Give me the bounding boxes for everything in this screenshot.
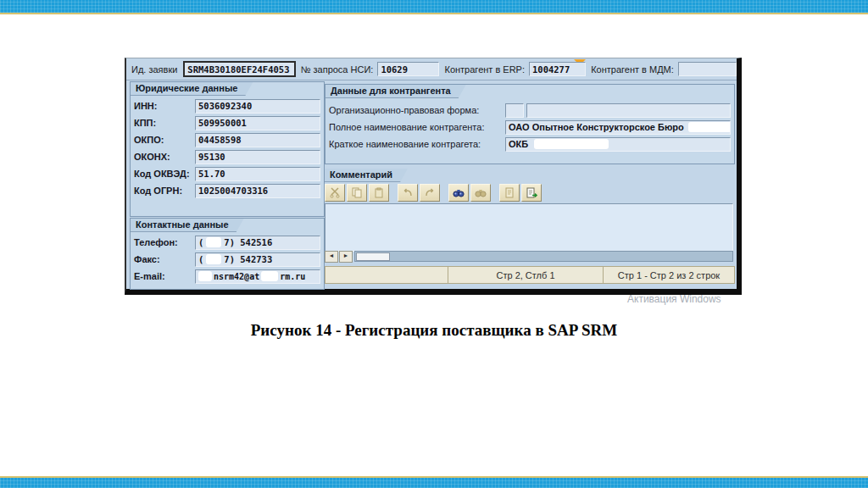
redaction-patch (534, 139, 609, 149)
form-row-phone: Телефон: ( 7) 542516 (131, 234, 324, 251)
redaction-patch (688, 122, 731, 132)
presentation-slide: Ид. заявки SRM4B30180EF24F4053 № запроса… (0, 0, 868, 488)
scroll-left-button[interactable]: ◄ (325, 251, 338, 263)
sap-srm-screenshot: Ид. заявки SRM4B30180EF24F4053 № запроса… (125, 58, 742, 295)
redo-button[interactable] (420, 184, 440, 202)
scrollbar-thumb[interactable] (356, 252, 390, 261)
redaction-patch (261, 271, 278, 281)
fax-field[interactable]: ( 7) 542733 (195, 252, 320, 267)
legal-form-text-field[interactable] (526, 103, 731, 118)
erp-counterparty-label: Контрагент в ERP: (444, 64, 525, 75)
form-row-short-name: Краткое наименование контрагета: ОКБ (326, 136, 734, 152)
okved-label: Код ОКВЭД: (134, 169, 195, 179)
nsi-request-label: № запроса НСИ: (301, 64, 374, 75)
request-header-row: Ид. заявки SRM4B30180EF24F4053 № запроса… (126, 58, 737, 80)
kpp-label: КПП: (134, 118, 195, 128)
comment-horizontal-scrollbar: ◄ ► (325, 251, 733, 262)
nsi-request-field[interactable]: 10629 (377, 62, 439, 76)
legal-form-label: Организационно-правовая форма: (329, 105, 505, 115)
comment-status-bar: Стр 2, Стлб 1 Стр 1 - Стр 2 из 2 строк (325, 266, 735, 284)
scroll-right-button[interactable]: ► (339, 251, 353, 263)
form-row-legal-form: Организационно-правовая форма: (326, 102, 734, 119)
fax-number: 7) 542733 (224, 254, 272, 264)
full-name-value: ОАО Опытное Конструкторское Бюро (509, 122, 684, 132)
short-name-value: ОКБ (509, 139, 528, 149)
contact-data-group: Контактные данные Телефон: ( 7) 542516 Ф… (130, 218, 325, 290)
figure-caption: Рисунок 14 - Регистрация поставщика в SA… (0, 321, 868, 340)
phone-field[interactable]: ( 7) 542516 (195, 236, 320, 250)
fax-label: Факс: (134, 254, 195, 264)
request-id-label: Ид. заявки (131, 64, 177, 75)
kpp-field[interactable]: 509950001 (195, 116, 320, 130)
full-name-field[interactable]: ОАО Опытное Конструкторское Бюро (505, 120, 731, 135)
form-row-okved: Код ОКВЭД: 51.70 (131, 165, 324, 182)
redaction-patch (206, 254, 221, 264)
ogrn-field[interactable]: 1025004703316 (195, 184, 320, 198)
comment-toolbar (325, 184, 543, 202)
email-domain: rm.ru (280, 272, 305, 281)
ogrn-label: Код ОГРН: (134, 186, 195, 196)
comment-textarea[interactable] (325, 203, 733, 252)
form-row-okpo: ОКПО: 04458598 (131, 131, 324, 148)
document-button[interactable] (499, 184, 520, 202)
form-row-okonh: ОКОНХ: 95130 (131, 148, 324, 165)
mdm-counterparty-field[interactable] (678, 62, 737, 76)
full-name-label: Полное наименование контрагента: (329, 122, 505, 132)
inn-field[interactable]: 5036092340 (195, 99, 320, 114)
legal-data-group: Юридические данные ИНН: 5036092340 КПП: … (130, 81, 325, 217)
top-border-bar (0, 0, 868, 14)
mdm-counterparty-label: Контрагент в МДМ: (591, 64, 674, 75)
inn-label: ИНН: (134, 101, 195, 111)
redaction-patch (198, 271, 212, 281)
comment-group-title: Комментарий (325, 169, 408, 182)
insert-file-button[interactable] (521, 184, 542, 202)
legal-data-group-title: Юридические данные (131, 82, 253, 96)
email-field[interactable]: nsrm42@at rm.ru (195, 269, 320, 284)
erp-counterparty-field[interactable]: 1004277 (529, 62, 586, 76)
paste-button[interactable] (369, 184, 389, 202)
okonh-field[interactable]: 95130 (195, 150, 320, 164)
find-next-button[interactable] (470, 184, 491, 202)
bottom-border-bar (0, 476, 868, 488)
form-row-fax: Факс: ( 7) 542733 (131, 251, 324, 268)
request-id-field[interactable]: SRM4B30180EF24F4053 (183, 61, 295, 77)
cut-button[interactable] (325, 184, 345, 202)
okved-field[interactable]: 51.70 (195, 167, 320, 181)
form-row-ogrn: Код ОГРН: 1025004703316 (131, 182, 324, 199)
short-name-field[interactable]: ОКБ (505, 137, 731, 152)
undo-button[interactable] (398, 184, 418, 202)
form-row-inn: ИНН: 5036092340 (131, 97, 324, 114)
form-row-kpp: КПП: 509950001 (131, 114, 324, 131)
status-line-range: Стр 1 - Стр 2 из 2 строк (604, 267, 734, 283)
form-row-full-name: Полное наименование контрагента: ОАО Опы… (326, 119, 734, 136)
status-section-empty (326, 267, 448, 283)
short-name-label: Краткое наименование контрагета: (329, 139, 505, 149)
okonh-label: ОКОНХ: (134, 152, 195, 162)
fax-prefix: ( (198, 254, 203, 264)
find-button[interactable] (448, 184, 469, 202)
email-user: nsrm42@at (214, 272, 259, 281)
redaction-patch (206, 237, 221, 247)
phone-label: Телефон: (134, 237, 195, 247)
phone-prefix: ( (198, 237, 203, 247)
copy-button[interactable] (347, 184, 367, 202)
status-cursor-position: Стр 2, Стлб 1 (448, 267, 604, 283)
form-row-email: E-mail: nsrm42@at rm.ru (131, 268, 324, 285)
counterparty-group-title: Данные для контрангента (326, 85, 466, 98)
okpo-field[interactable]: 04458598 (195, 133, 320, 147)
email-label: E-mail: (134, 271, 195, 281)
contact-data-group-title: Контактные данные (131, 219, 244, 232)
okpo-label: ОКПО: (134, 135, 195, 145)
phone-number: 7) 542516 (224, 237, 272, 247)
scrollbar-track[interactable] (354, 251, 733, 262)
windows-activation-watermark: Активация Windows (627, 293, 721, 305)
legal-form-code-field[interactable] (505, 103, 524, 118)
counterparty-data-group: Данные для контрангента Организационно-п… (325, 84, 735, 164)
